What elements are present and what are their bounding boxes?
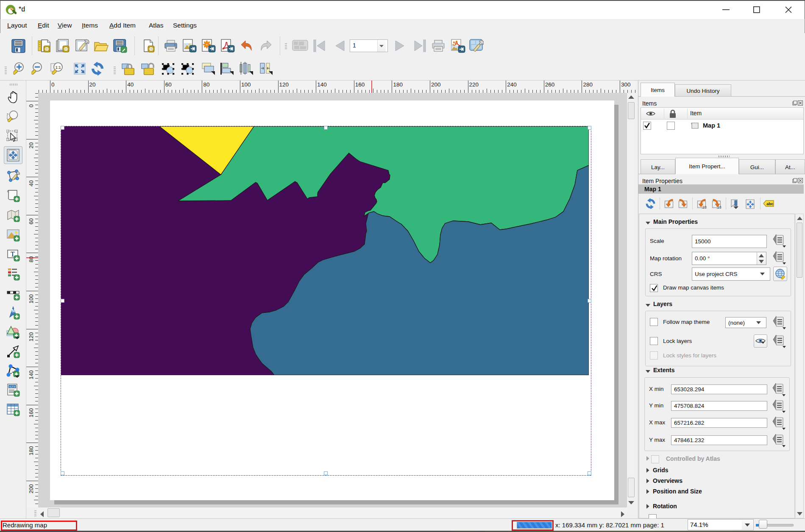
svg-text:40: 40 [127, 81, 134, 88]
svg-text:40: 40 [28, 180, 34, 186]
svg-text:</>: </> [9, 385, 16, 389]
svg-text:100: 100 [28, 294, 34, 304]
svg-text:120: 120 [28, 332, 34, 342]
svg-text:240: 240 [507, 81, 517, 88]
svg-text:120: 120 [279, 81, 289, 88]
svg-text:200: 200 [28, 484, 34, 493]
svg-text:160: 160 [28, 408, 34, 418]
svg-text:80: 80 [203, 81, 209, 88]
svg-text::23: :23 [702, 205, 707, 209]
svg-text:160: 160 [355, 81, 365, 88]
svg-text:180: 180 [28, 446, 34, 456]
svg-text:140: 140 [317, 81, 327, 88]
svg-text:abc: abc [766, 201, 773, 206]
svg-text:220: 220 [469, 81, 479, 88]
svg-text:60: 60 [165, 81, 172, 88]
svg-text:0: 0 [28, 104, 34, 107]
svg-text:1:1: 1:1 [55, 65, 61, 70]
svg-text::23: :23 [716, 205, 721, 209]
svg-text:300: 300 [621, 81, 631, 88]
svg-text:100: 100 [241, 81, 251, 88]
svg-text:20: 20 [89, 81, 96, 88]
svg-text:20: 20 [28, 142, 34, 148]
svg-text:N: N [11, 309, 14, 313]
svg-text:0: 0 [51, 81, 55, 88]
svg-text:60: 60 [28, 218, 34, 224]
svg-text:280: 280 [583, 81, 593, 88]
svg-text:200: 200 [431, 81, 441, 88]
svg-text:180: 180 [393, 81, 403, 88]
svg-text:140: 140 [28, 370, 34, 379]
svg-text:260: 260 [545, 81, 555, 88]
svg-text:80: 80 [28, 256, 34, 262]
